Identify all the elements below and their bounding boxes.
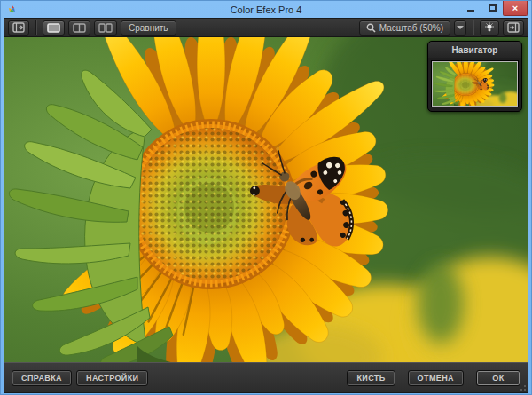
toolbar-separator [35, 20, 36, 35]
zoom-label: Масштаб (50%) [379, 23, 443, 33]
navigator-thumbnail[interactable] [432, 61, 518, 107]
magnifier-icon [366, 23, 376, 33]
navigator-panel: Навигатор [427, 41, 522, 112]
view-split-button[interactable] [68, 20, 90, 36]
sunflower-disc [126, 119, 296, 289]
footer-bar: СПРАВКА НАСТРОЙКИ КИСТЬ ОТМЕНА ОК [4, 362, 528, 393]
chevron-down-icon [457, 26, 464, 29]
split-view-icon [73, 23, 86, 33]
zoom-button[interactable]: Масштаб (50%) [359, 20, 450, 36]
compare-button[interactable]: Сравнить [121, 20, 176, 36]
panel-left-icon [12, 22, 25, 33]
view-single-button[interactable] [43, 20, 65, 36]
settings-button[interactable]: НАСТРОЙКИ [76, 370, 148, 386]
app-window: Color Efex Pro 4 × [0, 0, 532, 395]
panel-right-icon [507, 22, 520, 33]
ok-button[interactable]: ОК [476, 370, 520, 386]
toolbar-separator [473, 20, 473, 35]
background-color-button[interactable] [480, 20, 499, 36]
zoom-dropdown-button[interactable] [454, 20, 466, 36]
image-preview-area[interactable]: Навигатор [4, 37, 528, 362]
resize-grip[interactable] [517, 382, 526, 391]
cancel-button[interactable]: ОТМЕНА [408, 370, 464, 386]
minimize-icon [467, 10, 474, 12]
toggle-left-panel-button[interactable] [8, 20, 29, 36]
single-view-icon [47, 23, 60, 33]
toggle-right-panel-button[interactable] [503, 20, 524, 36]
brush-button[interactable]: КИСТЬ [347, 370, 395, 386]
navigator-title: Навигатор [428, 42, 521, 58]
toolbar: Сравнить Масштаб (50%) [4, 18, 528, 37]
titlebar: Color Efex Pro 4 × [1, 1, 531, 18]
window-title: Color Efex Pro 4 [1, 2, 531, 18]
maximize-icon [489, 4, 497, 12]
close-button[interactable]: × [503, 1, 528, 16]
help-button[interactable]: СПРАВКА [12, 370, 72, 386]
side-by-side-view-icon [98, 23, 113, 33]
lightbulb-icon [484, 22, 495, 34]
minimize-button[interactable] [460, 1, 481, 15]
maximize-button[interactable] [481, 1, 503, 15]
view-sidebyside-button[interactable] [94, 20, 117, 36]
